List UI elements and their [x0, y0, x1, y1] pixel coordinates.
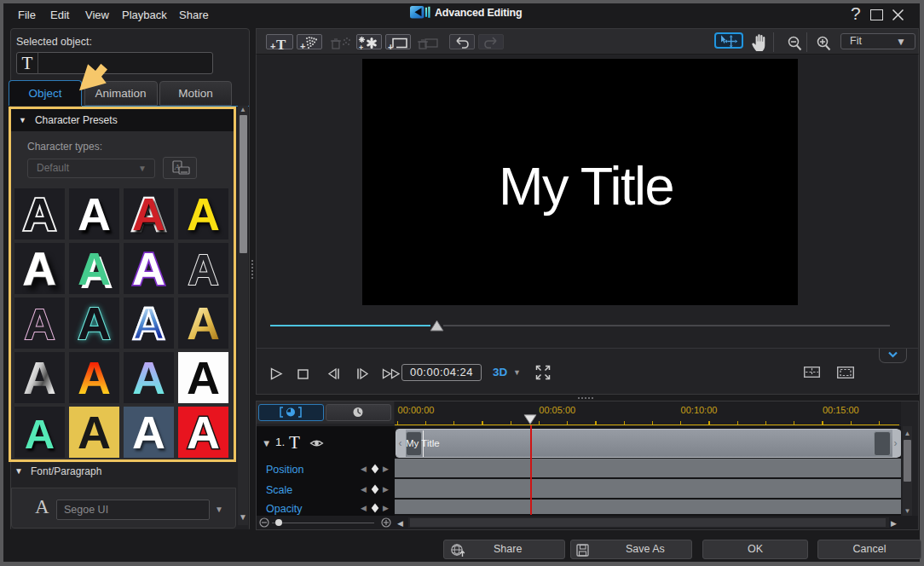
- svg-text:+: +: [270, 41, 275, 51]
- svg-text:+: +: [359, 43, 363, 51]
- svg-text:T: T: [276, 37, 286, 52]
- svg-text:+: +: [300, 41, 305, 51]
- svg-text:+: +: [388, 42, 393, 51]
- svg-text:A: A: [174, 163, 180, 171]
